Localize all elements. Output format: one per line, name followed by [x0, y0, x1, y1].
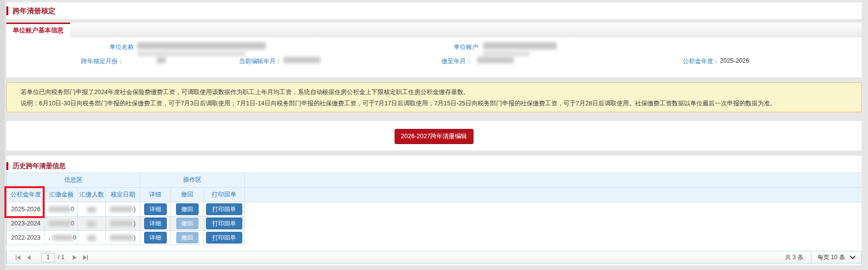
col-header-people: 汇缴人数 [78, 188, 106, 202]
detail-button[interactable]: 详细 [144, 203, 167, 215]
history-title: 历史跨年清册信息 [13, 162, 66, 171]
cross-year-edit-button[interactable]: 2026-2027跨年清册编辑 [395, 129, 474, 144]
cell-withdraw: 撤回 [171, 217, 204, 231]
group-header-spacer [245, 173, 862, 188]
cell-print: 打印回单 [204, 231, 245, 245]
table-row: 2025-2026 0 ) 详细 撤回 打印回单 [7, 202, 862, 217]
amount-redacted [52, 235, 73, 241]
page-title: 跨年清册核定 [13, 2, 55, 19]
print-receipt-button[interactable]: 打印回单 [206, 203, 242, 215]
cell-date: ) [106, 202, 140, 217]
people-redacted [87, 207, 96, 213]
cell-spacer [245, 202, 862, 217]
col-header-withdraw: 撤回 [171, 188, 204, 202]
col-header-fund-year: 公积金年度 [7, 188, 45, 202]
cell-detail: 详细 [140, 202, 171, 217]
unit-name-value-redacted [137, 42, 266, 49]
previous-page-icon[interactable] [24, 252, 34, 263]
history-table: 信息区 操作区 公积金年度 汇缴金额 汇缴人数 核定日期 详细 撤回 打印回单 [6, 172, 862, 245]
people-redacted [87, 235, 96, 241]
cell-people [78, 217, 106, 231]
cell-amount: ，0 [45, 231, 78, 245]
tab-unit-account-info[interactable]: 单位账户基本信息 [6, 23, 70, 37]
print-receipt-button[interactable]: 打印回单 [206, 232, 242, 244]
account-info-panel: 单位账户基本信息 单位名称 单位账户 跨年核定月份： 当前编辑年月： 缴至年月：… [6, 23, 862, 77]
amount-redacted [49, 221, 71, 226]
notice-line-2: 说明：6月10日-30日向税务部门申报的社保缴费工资，可于7月3日后调取使用；7… [21, 99, 851, 108]
cell-print: 打印回单 [204, 202, 245, 217]
detail-button[interactable]: 详细 [144, 218, 167, 229]
cross-year-month-value-redacted [157, 57, 166, 63]
notice-line-1: 若单位已向税务部门申报了2024年度社会保险费缴费工资，可调取使用该数据作为职工… [21, 88, 851, 97]
cell-fund-year: 2023-2024 [7, 217, 45, 231]
table-row: 2022-2023 ，0 ) 详细 撤回 打印回单 [7, 231, 862, 245]
title-accent-bar [6, 6, 8, 15]
cell-detail: 详细 [140, 217, 171, 231]
unit-name-label: 单位名称 [109, 43, 134, 51]
action-panel: 2026-2027跨年清册编辑 [6, 121, 862, 150]
amount-redacted [49, 206, 71, 212]
page-count-label: / 1 [58, 254, 64, 261]
cell-date: ) [106, 231, 140, 245]
cell-amount: 0 [45, 217, 78, 231]
last-page-icon[interactable] [80, 252, 91, 263]
col-header-spacer [245, 188, 862, 202]
unit-account-value-redacted [483, 42, 557, 49]
paid-until-label: 缴至年月： [441, 57, 472, 66]
cell-date: ) [106, 217, 140, 231]
page: 跨年清册核定 单位账户基本信息 单位名称 单位账户 跨年核定月份： 当前编辑年月… [0, 0, 868, 270]
cell-spacer [245, 231, 862, 245]
col-header-detail: 详细 [140, 188, 171, 202]
tab-strip: 单位账户基本信息 [6, 23, 862, 37]
unit-account-label: 单位账户 [454, 43, 478, 51]
col-header-print: 打印回单 [204, 188, 245, 202]
cell-people [78, 202, 106, 217]
cell-withdraw: 撤回 [171, 202, 204, 217]
total-count-label: 共 3 条 [785, 253, 803, 262]
per-page-label: 每页 10 条 [817, 253, 845, 262]
first-page-icon[interactable] [13, 252, 24, 263]
detail-button[interactable]: 详细 [144, 232, 167, 244]
per-page-select[interactable]: 每页 10 条 [811, 251, 861, 263]
cell-spacer [245, 217, 862, 231]
cross-year-month-label: 跨年核定月份： [81, 57, 124, 66]
notice-box: 若单位已向税务部门申报了2024年度社会保险费缴费工资，可调取使用该数据作为职工… [6, 82, 862, 112]
withdraw-button[interactable]: 撤回 [176, 203, 199, 215]
table-row: 2023-2024 0 ) 详细 撤回 打印回单 [7, 217, 862, 231]
history-panel: 历史跨年清册信息 信息区 操作区 公积金年度 汇缴金额 汇缴人数 核定日期 详细 [6, 156, 862, 265]
date-redacted [110, 206, 133, 212]
page-number-input[interactable] [41, 253, 55, 262]
history-accent-bar [6, 162, 8, 170]
cell-detail: 详细 [140, 231, 171, 245]
page-header-panel: 跨年清册核定 [6, 2, 862, 19]
pagination-bar: / 1 共 3 条 每页 10 条 [6, 251, 862, 264]
chevron-down-icon [850, 254, 855, 261]
group-header-operation: 操作区 [140, 173, 245, 188]
group-header-row: 信息区 操作区 [7, 173, 862, 188]
group-header-info: 信息区 [7, 173, 140, 188]
col-header-date: 核定日期 [106, 188, 140, 202]
people-redacted [87, 221, 96, 227]
cell-withdraw: 撤回 [171, 231, 204, 245]
fund-year-value: 2025-2026 [720, 57, 749, 64]
fund-year-label: 公积金年度： [683, 57, 719, 66]
column-header-row: 公积金年度 汇缴金额 汇缴人数 核定日期 详细 撤回 打印回单 [7, 188, 862, 202]
unit-account-value-redacted-line2 [483, 51, 530, 56]
cell-people [78, 231, 106, 245]
current-edit-month-value-redacted [283, 57, 320, 63]
left-edge-gutter [0, 0, 4, 270]
withdraw-button-disabled: 撤回 [176, 232, 199, 244]
cell-amount: 0 [45, 202, 78, 217]
cell-fund-year: 2025-2026 [7, 202, 45, 217]
unit-name-value-redacted-line2 [137, 51, 245, 56]
cell-fund-year: 2022-2023 [7, 231, 45, 245]
date-redacted [110, 235, 133, 241]
col-header-amount: 汇缴金额 [45, 188, 78, 202]
paid-until-value-redacted [477, 57, 514, 63]
pagination-right: 共 3 条 每页 10 条 [785, 251, 861, 263]
print-receipt-button[interactable]: 打印回单 [206, 218, 242, 229]
date-redacted [110, 221, 133, 226]
current-edit-month-label: 当前编辑年月： [239, 57, 282, 66]
cell-print: 打印回单 [204, 217, 245, 231]
next-page-icon[interactable] [69, 252, 80, 263]
